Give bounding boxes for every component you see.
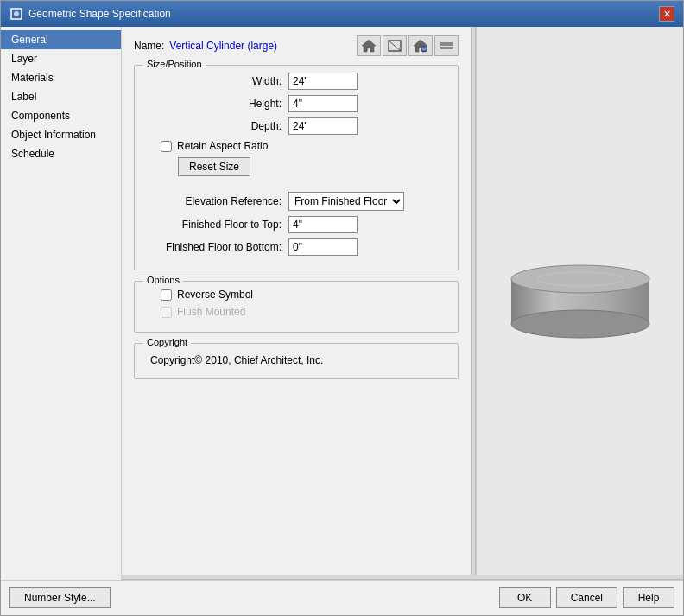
floor-to-top-label: Finished Floor to Top:	[143, 219, 282, 231]
sidebar-item-label[interactable]: Label	[1, 87, 121, 106]
options-legend: Options	[143, 275, 183, 285]
floor-to-top-row: Finished Floor to Top:	[143, 216, 449, 233]
reset-size-button[interactable]: Reset Size	[178, 157, 250, 176]
toolbar-btn-2[interactable]	[383, 35, 407, 56]
name-row: Name: Vertical Cylinder (large) ✓	[134, 35, 459, 56]
minus-icon	[439, 39, 454, 53]
sidebar-item-materials[interactable]: Materials	[1, 68, 121, 87]
copyright-group: Copyright Copyright© 2010, Chief Archite…	[134, 343, 459, 379]
house-edit-icon	[413, 39, 428, 53]
svg-line-5	[389, 41, 401, 51]
height-row: Height:	[143, 95, 449, 112]
main-content: Name: Vertical Cylinder (large) ✓	[122, 27, 683, 580]
expand-icon	[387, 39, 402, 53]
dialog-body: General Layer Materials Label Components…	[1, 27, 683, 580]
height-input[interactable]	[288, 95, 358, 112]
sidebar: General Layer Materials Label Components…	[1, 27, 122, 580]
sidebar-item-object-information[interactable]: Object Information	[1, 125, 121, 144]
reverse-symbol-row: Reverse Symbol	[161, 289, 449, 301]
options-group: Options Reverse Symbol Flush Mounted	[134, 281, 459, 333]
svg-point-12	[511, 265, 649, 293]
cancel-button[interactable]: Cancel	[556, 587, 618, 608]
flush-mounted-row: Flush Mounted	[161, 306, 449, 318]
width-input[interactable]	[288, 73, 358, 90]
depth-label: Depth:	[143, 120, 282, 132]
help-button[interactable]: Help	[623, 587, 674, 608]
svg-text:✓: ✓	[365, 47, 370, 52]
width-label: Width:	[143, 75, 282, 87]
floor-to-bottom-row: Finished Floor to Bottom:	[143, 238, 449, 256]
toolbar-btn-3[interactable]	[408, 35, 433, 56]
bottom-right-buttons: OK Cancel Help	[499, 587, 674, 608]
elevation-select[interactable]: From Finished Floor From Floor From Ceil…	[288, 192, 404, 211]
copyright-legend: Copyright	[143, 337, 191, 347]
name-label: Name:	[134, 40, 164, 52]
floor-to-top-input[interactable]	[288, 216, 358, 233]
number-style-button[interactable]: Number Style...	[10, 587, 111, 608]
retain-aspect-label: Retain Aspect Ratio	[177, 140, 268, 152]
toolbar-btn-4[interactable]	[434, 35, 459, 56]
floor-to-bottom-label: Finished Floor to Bottom:	[143, 241, 282, 253]
toolbar-btn-1[interactable]: ✓	[357, 35, 381, 56]
flush-mounted-checkbox[interactable]	[161, 307, 172, 318]
dialog: Geometric Shape Specification ✕ General …	[0, 0, 684, 616]
sidebar-item-components[interactable]: Components	[1, 106, 121, 125]
svg-point-1	[14, 11, 19, 16]
preview-area	[476, 27, 683, 575]
retain-aspect-row: Retain Aspect Ratio	[161, 140, 449, 152]
svg-rect-8	[440, 42, 453, 46]
flush-mounted-label: Flush Mounted	[177, 306, 245, 318]
svg-point-11	[511, 310, 649, 338]
close-button[interactable]: ✕	[659, 6, 674, 22]
sidebar-item-layer[interactable]: Layer	[1, 49, 121, 68]
retain-aspect-checkbox[interactable]	[161, 141, 172, 152]
dialog-title: Geometric Shape Specification	[28, 8, 171, 20]
svg-rect-7	[421, 47, 427, 51]
size-position-group: Size/Position Width: Height: Depth:	[134, 65, 459, 270]
title-bar: Geometric Shape Specification ✕	[1, 1, 683, 27]
dialog-icon	[10, 7, 23, 21]
bottom-bar: Number Style... OK Cancel Help	[1, 580, 683, 615]
reverse-symbol-checkbox[interactable]	[161, 289, 172, 301]
height-label: Height:	[143, 98, 282, 110]
toolbar-icons: ✓	[357, 35, 459, 56]
width-row: Width:	[143, 73, 449, 90]
depth-input[interactable]	[288, 117, 358, 135]
svg-rect-9	[440, 47, 453, 49]
reverse-symbol-label: Reverse Symbol	[177, 289, 253, 301]
name-value: Vertical Cylinder (large)	[169, 40, 277, 52]
elevation-label: Elevation Reference:	[143, 195, 282, 207]
floor-to-bottom-input[interactable]	[288, 238, 358, 256]
copyright-text: Copyright© 2010, Chief Architect, Inc.	[150, 354, 323, 366]
cylinder-preview	[503, 262, 658, 340]
house-check-icon: ✓	[361, 39, 377, 53]
depth-row: Depth:	[143, 117, 449, 135]
ok-button[interactable]: OK	[499, 587, 551, 608]
title-bar-left: Geometric Shape Specification	[10, 7, 171, 21]
main-top: Name: Vertical Cylinder (large) ✓	[122, 27, 683, 575]
sidebar-item-schedule[interactable]: Schedule	[1, 144, 121, 163]
size-position-legend: Size/Position	[143, 59, 206, 69]
form-area: Name: Vertical Cylinder (large) ✓	[122, 27, 471, 575]
sidebar-item-general[interactable]: General	[1, 30, 121, 49]
elevation-row: Elevation Reference: From Finished Floor…	[143, 192, 449, 211]
cylinder-svg	[503, 262, 658, 340]
